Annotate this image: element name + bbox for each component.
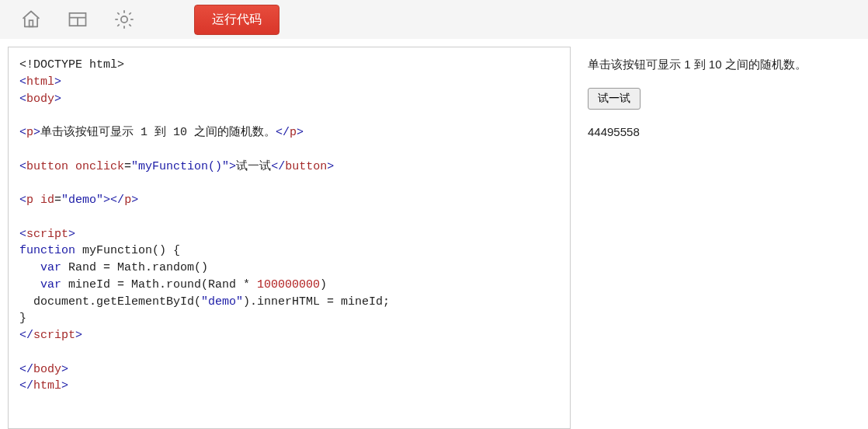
try-it-button[interactable]: 试一试 bbox=[588, 88, 641, 110]
svg-rect-0 bbox=[30, 20, 33, 26]
code-text: <!DOCTYPE html> bbox=[19, 58, 124, 72]
code-editor[interactable]: <!DOCTYPE html> <html> <body> <p>单击该按钮可显… bbox=[8, 47, 571, 429]
svg-line-11 bbox=[117, 24, 119, 26]
svg-line-12 bbox=[129, 12, 130, 14]
brightness-icon[interactable] bbox=[101, 0, 148, 39]
content-area: <!DOCTYPE html> <html> <body> <p>单击该按钮可显… bbox=[0, 39, 868, 429]
toolbar: 运行代码 bbox=[0, 0, 868, 39]
home-icon[interactable] bbox=[8, 0, 54, 39]
preview-pane: 单击该按钮可显示 1 到 10 之间的随机数。 试一试 44495558 bbox=[577, 39, 868, 429]
preview-description: 单击该按钮可显示 1 到 10 之间的随机数。 bbox=[588, 56, 860, 74]
preview-output: 44495558 bbox=[588, 124, 860, 141]
svg-line-9 bbox=[117, 12, 119, 14]
layout-icon[interactable] bbox=[54, 0, 101, 39]
svg-line-10 bbox=[129, 24, 130, 26]
run-code-button[interactable]: 运行代码 bbox=[194, 5, 279, 35]
svg-point-4 bbox=[121, 16, 127, 23]
